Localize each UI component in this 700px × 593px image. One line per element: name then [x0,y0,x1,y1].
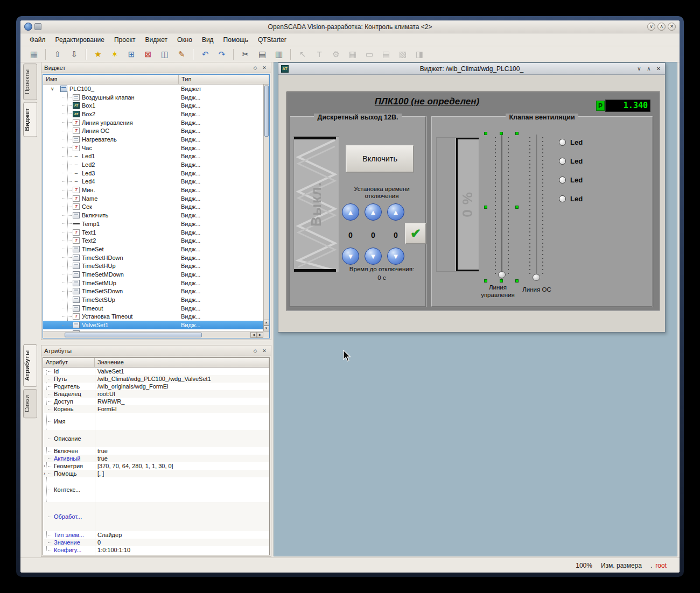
scrollbar-thumb[interactable] [65,333,202,337]
selection-handle[interactable] [515,206,519,209]
menu-item-Редактирование[interactable]: Редактирование [51,34,109,45]
attr-row-Обработ...[interactable]: Обработ... [43,502,269,531]
attr-value[interactable]: 1:0:100:1:10 [95,547,269,553]
tree-row-ValveSet1[interactable]: ValveSet1Видж... [43,321,263,329]
redo-button[interactable]: ↷ [215,47,229,61]
dock-close-icon[interactable]: ✕ [261,64,268,72]
child-shade-button[interactable]: ∨ [635,65,643,73]
tree-row-Установка Timeout[interactable]: TУстановка TimeoutВидж... [43,313,263,321]
selection-handle[interactable] [515,279,519,283]
dock-float-icon[interactable]: ◇ [251,347,259,355]
attr-row-Геометрия[interactable]: ›Геометрия[370, 70, 64, 280, 1, 1, 30, 0… [43,462,269,470]
tree-row-Box2[interactable]: ATBox2Видж... [43,110,263,118]
add-visual-item-button[interactable]: ⊞ [124,47,138,61]
menu-item-QTStarter[interactable]: QTStarter [253,34,291,45]
attr-row-Активный[interactable]: Активныйtrue [43,455,269,462]
tree-row-Сек[interactable]: TСекВидж... [43,203,263,211]
tree-col-name[interactable]: Имя [43,75,179,84]
expander-icon[interactable]: › [43,463,48,469]
selection-handle[interactable] [484,132,487,135]
tree-col-type[interactable]: Тип [179,75,269,84]
attr-value[interactable]: 0 [95,539,269,546]
attr-value[interactable]: ValveSet1 [95,368,269,375]
selection-handle[interactable] [484,279,487,283]
dock-float-icon[interactable]: ◇ [251,64,259,72]
attr-col-name[interactable]: Атрибут [43,358,95,367]
titlebar[interactable]: OpenSCADA Vision-разработка: Контроль кл… [20,20,680,33]
attr-row-Значение[interactable]: Значение0 [43,539,269,546]
attr-value[interactable]: root:UI [95,391,269,397]
attr-row-Описание[interactable]: Описание [43,430,269,447]
run-project-button[interactable]: ▦ [27,47,41,61]
dock-close-icon[interactable]: ✕ [261,347,268,355]
selection-handle[interactable] [500,279,503,283]
menu-item-Окно[interactable]: Окно [172,34,197,45]
tree-vertical-scrollbar[interactable]: ▲ ▼ [263,84,269,331]
menu-item-Виджет[interactable]: Виджет [140,34,172,45]
tree-row-Воздушный клапан[interactable]: Воздушный клапанВидж... [43,93,263,102]
attr-value[interactable]: true [95,448,269,454]
tree-row-TimeSetMUp[interactable]: TimeSetMUpВидж... [43,279,263,287]
menu-item-Проект[interactable]: Проект [109,34,141,45]
tree-row-Led4[interactable]: Led4Видж... [43,178,263,186]
attr-row-Владелец[interactable]: Владелецroot:UI [43,390,269,398]
delete-visual-item-button[interactable]: ⊠ [141,47,155,61]
menu-item-Вид[interactable]: Вид [197,34,219,45]
scroll-up-icon[interactable]: ▲ [263,320,269,326]
tree-row-TimeSetSDown[interactable]: TimeSetSDownВидж... [43,287,263,296]
attr-row-Контекс...[interactable]: Контекс... [43,477,269,502]
tree-row-TimeSetHUp[interactable]: TimeSetHUpВидж... [43,262,263,270]
paste-button[interactable]: ▥ [272,47,286,61]
selection-handle[interactable] [515,132,519,135]
attr-value[interactable]: Слайдер [95,532,269,538]
tree-row-TimeSetSUp[interactable]: TimeSetSUpВидж... [43,295,263,304]
attr-row-Конфигу...[interactable]: Конфигу...1:0:100:1:10 [43,546,269,554]
tree-row-TimeSetMDown[interactable]: TimeSetMDownВидж... [43,270,263,279]
close-button[interactable]: ✕ [668,23,676,31]
spin-up-button[interactable]: ▲ [365,203,382,221]
led-indicator-3[interactable]: Led [559,176,624,183]
attr-row-Корень[interactable]: КореньFormEl [43,405,269,413]
spin-down-button[interactable]: ▼ [387,248,404,265]
tree-row-Мин.[interactable]: TМин.Видж... [43,186,263,194]
attr-row-Id[interactable]: IdValveSet1 [43,368,269,375]
attr-row-Родитель[interactable]: Родитель/wlb_originals/wdg_FormEl [43,383,269,390]
tab-Атрибуты[interactable]: Атрибуты [23,344,37,387]
scrollbar-thumb[interactable] [264,86,269,137]
attr-col-value[interactable]: Значение [95,358,269,367]
tree-row-PLC100_[interactable]: ∨PLC100_Виджет [43,84,263,93]
attr-value[interactable]: RWRWR_ [95,398,269,405]
cut-button[interactable]: ✂ [239,47,253,61]
maximize-button[interactable]: ∧ [657,23,666,31]
attr-value[interactable]: FormEl [95,406,269,412]
tree-row-Линия управления[interactable]: TЛиния управленияВидж... [43,118,263,127]
spin-down-button[interactable]: ▼ [365,248,382,265]
tree-row-Name[interactable]: TNameВидж... [43,194,263,203]
tree-row-Час[interactable]: TЧасВидж... [43,144,263,152]
slider1-handle[interactable] [498,271,506,278]
led-indicator-2[interactable]: Led [559,157,624,165]
tree-row-Box1[interactable]: ATBox1Видж... [43,101,263,110]
attr-row-Имя[interactable]: Имя [43,413,269,430]
led-indicator-1[interactable]: Led [559,138,624,146]
confirm-button[interactable]: ✔ [405,223,426,244]
scroll-down-icon[interactable]: ▼ [263,326,269,331]
visual-item-edit-button[interactable]: ✎ [174,47,188,61]
tab-Связи[interactable]: Связи [23,389,37,418]
enable-button[interactable]: Включить [346,145,414,173]
attr-value[interactable]: /wlb_originals/wdg_FormEl [95,383,269,390]
tree-row-Led3[interactable]: Led3Видж... [43,169,263,178]
attr-row-Тип элем...[interactable]: Тип элем...Слайдер [43,531,269,539]
scroll-left-icon[interactable]: ◀ [250,332,257,338]
scroll-right-icon[interactable]: ▶ [257,332,263,338]
tree-row-Линия ОС[interactable]: TЛиния ОСВидж... [43,126,263,135]
menu-item-Файл[interactable]: Файл [25,34,51,45]
selection-handle[interactable] [500,132,503,135]
tree-row-Нагреватель[interactable]: НагревательВидж... [43,135,263,144]
new-library-button[interactable]: ✶ [108,47,122,61]
tree-row-TimeSetHDown[interactable]: TimeSetHDownВидж... [43,253,263,262]
attr-row-Включен[interactable]: Включенtrue [43,447,269,455]
expander-icon[interactable]: › [43,471,48,476]
attr-value[interactable]: [, ] [95,470,269,477]
undo-button[interactable]: ↶ [198,47,212,61]
